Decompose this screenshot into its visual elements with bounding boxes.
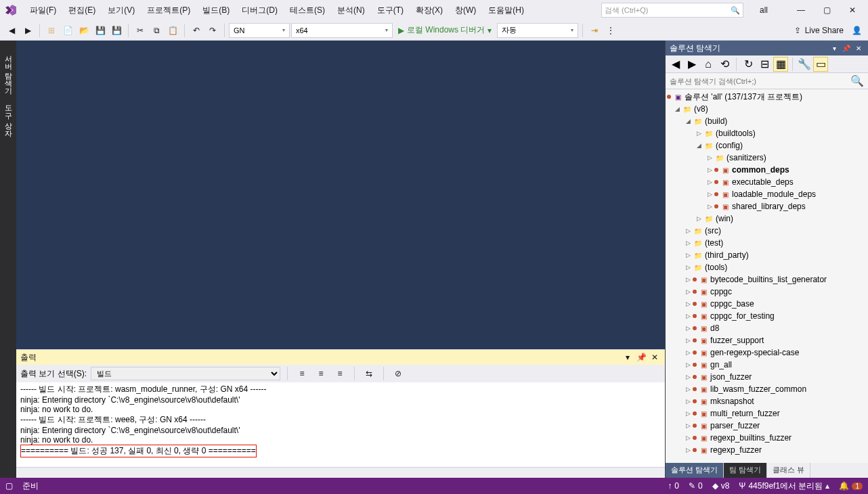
start-debug-button[interactable]: ▶ 로컬 Windows 디버거 ▾: [394, 24, 496, 36]
goto-prev-button[interactable]: ≡: [295, 366, 309, 381]
fwd-icon[interactable]: ▶: [685, 57, 699, 72]
tree-item-executable-deps[interactable]: ▷▣executable_deps: [666, 176, 868, 188]
home-icon[interactable]: ⌂: [701, 57, 716, 72]
status-notifications[interactable]: 🔔1: [839, 481, 863, 491]
tree-project[interactable]: ▷▣cppgc: [666, 286, 868, 298]
tree-project[interactable]: ▷▣gn_all: [666, 359, 868, 371]
menu-view[interactable]: 보기(V): [102, 2, 140, 19]
new-project-button[interactable]: ⊞: [44, 23, 59, 38]
status-branch[interactable]: Ψ445f9ef1에서 분리됨 ▴: [739, 480, 829, 492]
menu-help[interactable]: 도움말(H): [483, 2, 529, 19]
step2-button[interactable]: ⋮: [603, 23, 618, 38]
tree-project[interactable]: ▷▣regexp_fuzzer: [666, 444, 868, 456]
tree-item-common-deps[interactable]: ▷▣common_deps: [666, 164, 868, 176]
nav-back-button[interactable]: ◀: [4, 23, 19, 38]
quick-search[interactable]: 검색 (Ctrl+Q) 🔍: [601, 3, 743, 18]
menu-build[interactable]: 빌드(B): [197, 2, 235, 19]
tree-item-shared-library-deps[interactable]: ▷▣shared_library_deps: [666, 200, 868, 212]
solution-explorer-search[interactable]: 🔍: [666, 73, 868, 89]
dropdown-icon[interactable]: ▾: [829, 43, 840, 53]
tab-class-view[interactable]: 클래스 뷰: [767, 463, 810, 478]
close-button[interactable]: ✕: [841, 2, 864, 18]
output-text[interactable]: ------ 빌드 시작: 프로젝트: wasm_module_runner, …: [16, 382, 665, 467]
tree-folder-build[interactable]: ◢📁(build): [666, 115, 868, 127]
status-publish[interactable]: ↑0: [668, 481, 679, 491]
tree-project[interactable]: ▷▣gen-regexp-special-case: [666, 346, 868, 359]
tree-project[interactable]: ▷▣cppgc_base: [666, 298, 868, 310]
nav-fwd-button[interactable]: ▶: [20, 23, 35, 38]
tree-project[interactable]: ▷▣fuzzer_support: [666, 334, 868, 346]
tree-project[interactable]: ▷▣json_fuzzer: [666, 371, 868, 383]
tree-project[interactable]: ▷▣regexp_builtins_fuzzer: [666, 432, 868, 444]
menu-edit[interactable]: 편집(E): [63, 2, 101, 19]
menu-extensions[interactable]: 확장(X): [410, 2, 448, 19]
config-combo[interactable]: GN▾: [229, 23, 290, 38]
solution-search-input[interactable]: [670, 77, 850, 85]
minimize-button[interactable]: —: [789, 2, 812, 18]
tree-folder-src[interactable]: ▷📁(src): [666, 225, 868, 237]
redo-button[interactable]: ↷: [205, 23, 220, 38]
menu-tools[interactable]: 도구(T): [372, 2, 409, 19]
refresh-icon[interactable]: ↻: [741, 57, 756, 72]
goto-next-button[interactable]: ≡: [313, 366, 328, 381]
cut-button[interactable]: ✂: [133, 23, 148, 38]
tree-project[interactable]: ▷▣parser_fuzzer: [666, 420, 868, 432]
show-all-icon[interactable]: ▦: [773, 57, 788, 72]
tree-folder-tools[interactable]: ▷📁(tools): [666, 261, 868, 273]
platform-combo[interactable]: x64▾: [291, 23, 393, 38]
feedback-button[interactable]: 👤: [849, 23, 864, 38]
mode-combo[interactable]: 자동▾: [497, 23, 578, 38]
dropdown-icon[interactable]: ▾: [622, 351, 634, 363]
maximize-button[interactable]: ▢: [815, 2, 838, 18]
tree-project[interactable]: ▷▣d8: [666, 322, 868, 334]
sync-icon[interactable]: ⟲: [717, 57, 732, 72]
tree-folder-config[interactable]: ◢📁(config): [666, 139, 868, 152]
tree-project[interactable]: ▷▣cppgc_for_testing: [666, 310, 868, 322]
tree-folder-v8[interactable]: ◢📁(v8): [666, 103, 868, 115]
new-file-button[interactable]: 📄: [60, 23, 75, 38]
properties-icon[interactable]: 🔧: [797, 57, 812, 72]
tree-project[interactable]: ▷▣mksnapshot: [666, 395, 868, 407]
server-explorer-tab[interactable]: 서버 탐색기: [0, 45, 16, 95]
status-repo[interactable]: ◆v8: [712, 481, 730, 491]
clear-button[interactable]: ≡: [332, 366, 347, 381]
menu-test[interactable]: 테스트(S): [284, 2, 330, 19]
solution-tree[interactable]: ▣솔루션 'all' (137/137개 프로젝트) ◢📁(v8) ◢📁(bui…: [666, 89, 868, 463]
tree-folder-third-party[interactable]: ▷📁(third_party): [666, 249, 868, 261]
pin-icon[interactable]: 📌: [635, 351, 647, 363]
live-share-button[interactable]: ⇪ Live Share: [790, 26, 848, 35]
output-scrollbar[interactable]: [16, 467, 665, 478]
tab-solution-explorer[interactable]: 솔루션 탐색기: [666, 463, 724, 478]
collapse-icon[interactable]: ⊟: [757, 57, 772, 72]
wrap-button[interactable]: ⇆: [362, 366, 376, 381]
save-all-button[interactable]: 💾: [109, 23, 124, 38]
undo-button[interactable]: ↶: [189, 23, 204, 38]
clear-all-button[interactable]: ⊘: [391, 366, 406, 381]
tree-folder-buildtools[interactable]: ▷📁(buildtools): [666, 127, 868, 139]
tree-project[interactable]: ▷▣multi_return_fuzzer: [666, 407, 868, 420]
tree-folder-sanitizers[interactable]: ▷📁(sanitizers): [666, 152, 868, 164]
close-icon[interactable]: ✕: [649, 351, 661, 363]
save-button[interactable]: 💾: [93, 23, 108, 38]
status-changes[interactable]: ✎0: [689, 481, 703, 491]
menu-file[interactable]: 파일(F): [24, 2, 62, 19]
tree-folder-win[interactable]: ▷📁(win): [666, 212, 868, 225]
tab-team-explorer[interactable]: 팀 탐색기: [724, 463, 767, 478]
tree-solution-root[interactable]: ▣솔루션 'all' (137/137개 프로젝트): [666, 91, 868, 103]
menu-analyze[interactable]: 분석(N): [332, 2, 370, 19]
menu-debug[interactable]: 디버그(D): [236, 2, 283, 19]
back-icon[interactable]: ◀: [668, 57, 683, 72]
tree-folder-test[interactable]: ▷📁(test): [666, 237, 868, 249]
editor-area[interactable]: [16, 41, 665, 349]
pin-icon[interactable]: 📌: [841, 43, 852, 53]
tree-project[interactable]: ▷▣bytecode_builtins_list_generator: [666, 273, 868, 286]
paste-button[interactable]: 📋: [165, 23, 180, 38]
copy-button[interactable]: ⧉: [149, 23, 164, 38]
output-title-bar[interactable]: 출력 ▾ 📌 ✕: [16, 350, 665, 365]
menu-project[interactable]: 프로젝트(P): [142, 2, 196, 19]
preview-icon[interactable]: ▭: [813, 57, 828, 72]
close-icon[interactable]: ✕: [853, 43, 864, 53]
tree-item-loadable-module-deps[interactable]: ▷▣loadable_module_deps: [666, 188, 868, 200]
output-source-combo[interactable]: 빌드: [91, 367, 280, 380]
step-button[interactable]: ⇥: [587, 23, 602, 38]
